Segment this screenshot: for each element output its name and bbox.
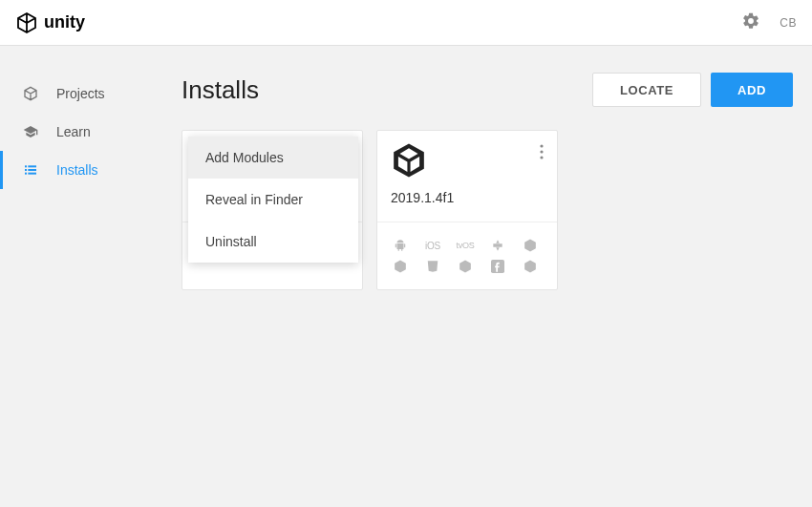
unity-logo: unity [15,11,85,34]
main-area: Projects Learn Installs Installs LOCATE … [0,46,812,507]
sidebar-item-label: Projects [56,86,105,101]
content-header: Installs LOCATE ADD [182,73,793,107]
graduation-cap-icon [22,124,39,139]
content-area: Installs LOCATE ADD ◆ ◆ [162,46,812,507]
svg-rect-4 [25,173,27,175]
svg-rect-5 [28,173,36,175]
platform-list: iOS tvOS [377,222,557,289]
app-header: unity CB [0,0,812,46]
unity-icon [521,236,540,255]
unity-icon [521,257,540,276]
unity-icon [391,257,410,276]
install-version: 2019.1.4f1 [391,190,544,205]
ios-icon: iOS [423,236,442,255]
install-card: 2019.1.4f1 iOS tvOS [376,130,558,290]
sidebar: Projects Learn Installs [0,46,162,507]
android-icon [391,236,410,255]
tvos-icon: tvOS [456,236,475,255]
sidebar-item-label: Learn [56,124,91,139]
tizen-icon [488,236,507,255]
cube-icon [22,86,39,101]
sidebar-item-learn[interactable]: Learn [0,113,162,151]
header-right: CB [741,11,797,34]
svg-rect-3 [28,169,36,171]
page-title: Installs [182,75,259,105]
svg-rect-2 [25,169,27,171]
sidebar-item-installs[interactable]: Installs [0,151,162,189]
svg-point-10 [540,144,543,147]
svg-rect-1 [28,165,36,167]
list-icon [22,162,39,178]
menu-item-uninstall[interactable]: Uninstall [188,221,358,263]
unity-cube-icon [15,11,38,34]
svg-rect-0 [25,165,27,167]
brand-text: unity [44,12,85,32]
add-button[interactable]: ADD [711,73,793,107]
more-icon[interactable] [536,140,547,167]
sidebar-item-label: Installs [56,162,98,178]
context-menu: Add Modules Reveal in Finder Uninstall [188,137,358,263]
install-card: ◆ ◆ ◆ Add Modules Reveal in Finder Unins… [182,130,363,290]
install-cards: ◆ ◆ ◆ Add Modules Reveal in Finder Unins… [182,130,793,290]
facebook-icon [488,257,507,276]
menu-item-add-modules[interactable]: Add Modules [188,137,358,179]
svg-point-11 [540,150,543,153]
svg-point-12 [540,156,543,158]
gear-icon[interactable] [741,11,760,34]
menu-item-reveal-in-finder[interactable]: Reveal in Finder [188,179,358,221]
html5-icon [423,257,442,276]
card-top: 2019.1.4f1 [377,131,557,222]
sidebar-item-projects[interactable]: Projects [0,74,162,113]
locate-button[interactable]: LOCATE [592,73,701,107]
action-buttons: LOCATE ADD [592,73,793,107]
user-initials[interactable]: CB [780,16,797,30]
unity-icon [456,257,475,276]
unity-icon [391,142,544,182]
